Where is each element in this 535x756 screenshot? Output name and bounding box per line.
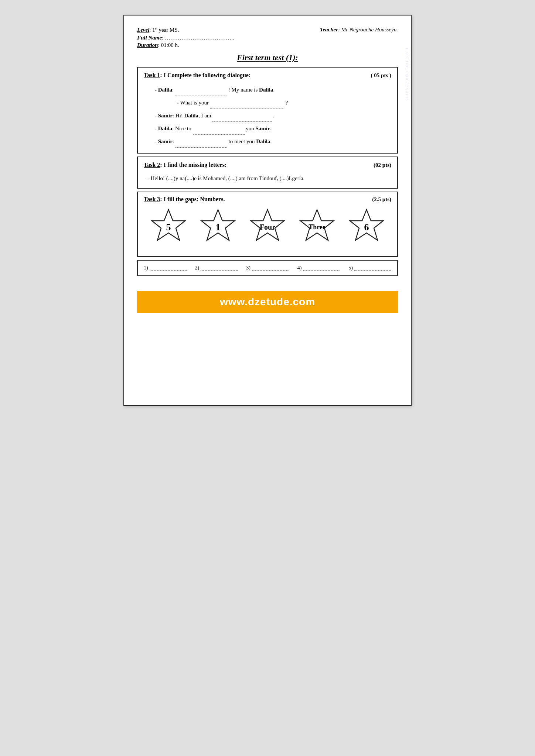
answer-num-4: 4) <box>297 265 302 271</box>
star-1: 5 <box>148 208 189 247</box>
level-value: 1st year MS. <box>152 27 179 33</box>
samir-line1: - Samir: Hi! Dalila, I am . <box>155 110 391 122</box>
task2-text: Hello! (....)y na(....)e is Mohamed, (..… <box>151 175 305 181</box>
star-5: 6 <box>346 208 387 247</box>
star-label-2: 1 <box>216 222 221 233</box>
task3-title-underline: Task 3 <box>144 196 160 202</box>
answer-dots-1 <box>150 265 187 271</box>
task3-header: Task 3: I fill the gaps: Numbers. (2.5 p… <box>144 196 391 203</box>
what-is-line: - What is your ? <box>155 97 391 109</box>
answer-item-4: 4) <box>297 265 340 271</box>
star-shape-2: 1 <box>198 208 238 247</box>
task2-dash: - <box>147 175 151 181</box>
task3-title: Task 3: I fill the gaps: Numbers. <box>144 196 225 203</box>
task2-section: Task 2: I find the missing letters: (02 … <box>137 157 398 189</box>
star-label-5: 6 <box>364 222 369 233</box>
star-shape-1: 5 <box>148 208 189 247</box>
answer-dots-5 <box>354 265 391 271</box>
level-text: Level: 1st year MS. <box>137 27 179 33</box>
blank2 <box>210 103 284 109</box>
question-mark: ? <box>285 100 288 106</box>
task1-header: Task 1: I Complete the following dialogu… <box>144 72 391 79</box>
task3-points: (2.5 pts) <box>372 196 391 203</box>
answer-item-2: 2) <box>195 265 238 271</box>
teacher-label: Teacher <box>320 27 338 32</box>
task2-title-underline: Task 2 <box>144 162 160 168</box>
samir-line2: - Samir: to meet you Dalila. <box>155 135 391 148</box>
header-top-row: Level: 1st year MS. Teacher: Mr Negrouch… <box>137 27 398 33</box>
fullname-row: Full Name: ……………………………….. <box>137 35 398 41</box>
blank1 <box>175 90 227 96</box>
task2-title: Task 2: I find the missing letters: <box>144 162 226 168</box>
teacher-value: Mr Negrouche Housseyn. <box>341 27 398 32</box>
fullname-label: Full Name <box>137 35 162 41</box>
samir-dot: . <box>273 113 275 118</box>
dalila-line2: - Dalila: Nice to you Samir. <box>155 123 391 135</box>
what-is-text: - What is your <box>177 100 210 106</box>
test-title: First term test (1): <box>137 53 398 62</box>
blank3 <box>212 116 272 122</box>
task3-section: Task 3: I fill the gaps: Numbers. (2.5 p… <box>137 192 398 257</box>
task2-header: Task 2: I find the missing letters: (02 … <box>144 162 391 168</box>
task2-title-rest: : I find the missing letters: <box>160 162 226 168</box>
task1-dialogue: - Dalila: ! My name is Dalila. - What is… <box>144 84 391 148</box>
fullname-dots: ……………………………….. <box>165 35 234 41</box>
duration-value: 01:00 h. <box>161 42 179 48</box>
dalila-you: you Samir. <box>246 126 271 131</box>
duration-label: Duration <box>137 42 158 48</box>
answer-num-2: 2) <box>195 265 200 271</box>
task2-points: (02 pts) <box>374 162 391 168</box>
star-shape-3: Four <box>247 208 288 247</box>
task1-title-underline: Task 1 <box>144 72 160 78</box>
task3-title-rest: : I fill the gaps: Numbers. <box>160 196 225 202</box>
task1-points: ( 05 pts ) <box>371 72 391 79</box>
exam-page: dzetude.com/exams Level: 1st year MS. Te… <box>123 15 412 406</box>
dalila-label2: - Dalila: Nice to <box>155 126 193 131</box>
answer-row: 1) 2) 3) 4) 5) <box>137 260 398 276</box>
stars-row: 5 1 Four <box>144 208 391 247</box>
answer-item-5: 5) <box>348 265 391 271</box>
footer-banner: www.dzetude.com <box>137 291 398 313</box>
dalila-label1: - Dalila: <box>155 87 174 93</box>
footer-url: www.dzetude.com <box>142 296 393 308</box>
samir-label1: - Samir: Hi! Dalila, I am <box>155 113 212 118</box>
answer-dots-2 <box>201 265 238 271</box>
blank4 <box>193 129 245 135</box>
star-shape-4: Three <box>297 208 337 247</box>
duration-row: Duration: 01:00 h. <box>137 42 398 48</box>
answer-item-3: 3) <box>246 265 289 271</box>
answer-dots-3 <box>252 265 289 271</box>
task2-content: - Hello! (....)y na(....)e is Mohamed, (… <box>144 173 391 183</box>
dalila-line1: - Dalila: ! My name is Dalila. <box>155 84 391 96</box>
blank5 <box>176 142 227 148</box>
star-shape-5: 6 <box>346 208 387 247</box>
samir-label2: - Samir: <box>155 138 176 144</box>
task1-title-rest: : I Complete the following dialogue: <box>160 72 251 78</box>
task1-section: Task 1: I Complete the following dialogu… <box>137 67 398 154</box>
star-3: Four <box>247 208 288 247</box>
header-section: Level: 1st year MS. Teacher: Mr Negrouch… <box>137 27 398 62</box>
samir-meet-end: to meet you Dalila. <box>229 138 272 144</box>
answer-num-1: 1) <box>144 265 148 271</box>
answer-dots-4 <box>303 265 340 271</box>
watermark: dzetude.com/exams <box>404 48 410 92</box>
star-4: Three <box>297 208 337 247</box>
star-label-1: 5 <box>166 222 171 233</box>
answer-item-1: 1) <box>144 265 187 271</box>
answer-num-5: 5) <box>348 265 353 271</box>
dalila-name-text: ! My name is Dalila. <box>228 87 275 93</box>
star-2: 1 <box>198 208 238 247</box>
star-label-3: Four <box>260 223 275 231</box>
answer-num-3: 3) <box>246 265 251 271</box>
teacher-text: Teacher: Mr Negrouche Housseyn. <box>320 27 398 33</box>
level-label: Level <box>137 27 149 33</box>
task1-title: Task 1: I Complete the following dialogu… <box>144 72 251 79</box>
star-label-4: Three <box>309 223 326 231</box>
